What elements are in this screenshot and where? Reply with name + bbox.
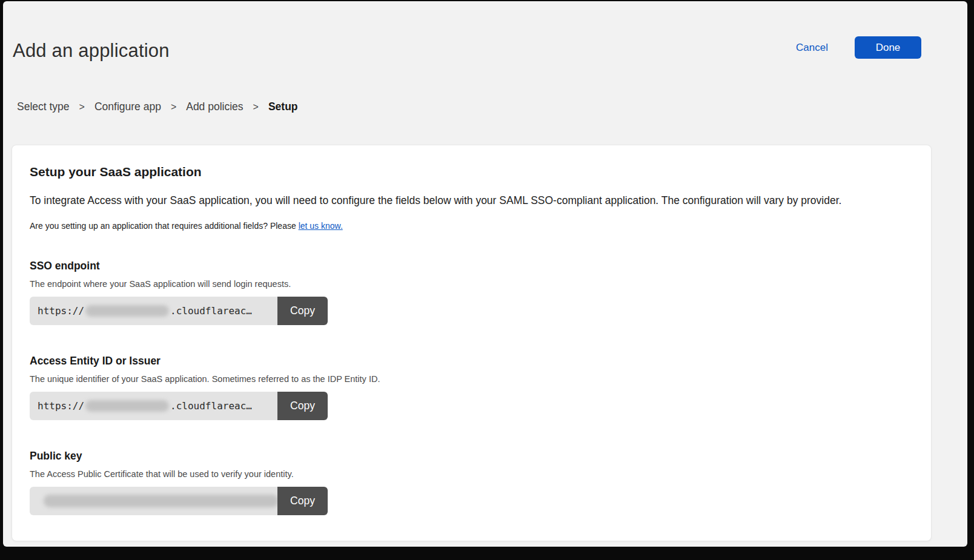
value-prefix: https://	[38, 400, 84, 412]
card-intro: To integrate Access with your SaaS appli…	[30, 194, 913, 207]
setup-card: Setup your SaaS application To integrate…	[12, 145, 932, 541]
let-us-know-link[interactable]: let us know.	[299, 221, 343, 231]
breadcrumb-separator: >	[253, 102, 259, 113]
copy-button[interactable]: Copy	[277, 392, 328, 420]
breadcrumb-separator: >	[79, 102, 85, 113]
value-prefix: https://	[38, 305, 84, 317]
field-label: Public key	[30, 450, 913, 463]
copy-button[interactable]: Copy	[277, 487, 328, 515]
breadcrumb-step-add-policies: Add policies	[186, 100, 243, 113]
field-description: The endpoint where your SaaS application…	[30, 279, 913, 289]
redacted-value	[85, 305, 169, 317]
sso-endpoint-value-row: https:// .cloudflareac… Copy	[30, 297, 328, 325]
card-note-text: Are you setting up an application that r…	[30, 221, 299, 231]
window: Add an application Cancel Done Select ty…	[3, 1, 967, 547]
public-key-value	[30, 487, 277, 515]
value-suffix: .cloudflareac…	[170, 305, 252, 317]
breadcrumb: Select type > Configure app > Add polici…	[17, 100, 298, 113]
breadcrumb-step-configure-app: Configure app	[94, 100, 161, 113]
card-note: Are you setting up an application that r…	[30, 221, 913, 231]
page-title: Add an application	[13, 40, 170, 62]
access-entity-id-value-row: https:// .cloudflareac… Copy	[30, 392, 328, 420]
header-actions: Cancel Done	[796, 36, 921, 59]
field-description: The Access Public Certificate that will …	[30, 469, 913, 479]
done-button[interactable]: Done	[855, 36, 921, 59]
field-description: The unique identifier of your SaaS appli…	[30, 374, 913, 384]
field-access-entity-id: Access Entity ID or Issuer The unique id…	[30, 355, 913, 420]
copy-button[interactable]: Copy	[277, 297, 328, 325]
redacted-value	[44, 495, 277, 507]
redacted-value	[85, 400, 169, 412]
sso-endpoint-value: https:// .cloudflareac…	[30, 297, 277, 325]
field-public-key: Public key The Access Public Certificate…	[30, 450, 913, 515]
access-entity-id-value: https:// .cloudflareac…	[30, 392, 277, 420]
card-heading: Setup your SaaS application	[30, 165, 913, 179]
field-label: SSO endpoint	[30, 260, 913, 272]
breadcrumb-separator: >	[171, 102, 176, 113]
value-suffix: .cloudflareac…	[170, 400, 252, 412]
field-label: Access Entity ID or Issuer	[30, 355, 913, 367]
field-sso-endpoint: SSO endpoint The endpoint where your Saa…	[30, 260, 913, 325]
public-key-value-row: Copy	[30, 487, 328, 515]
breadcrumb-step-setup: Setup	[268, 100, 298, 113]
cancel-button[interactable]: Cancel	[796, 42, 828, 54]
breadcrumb-step-select-type: Select type	[17, 100, 70, 113]
